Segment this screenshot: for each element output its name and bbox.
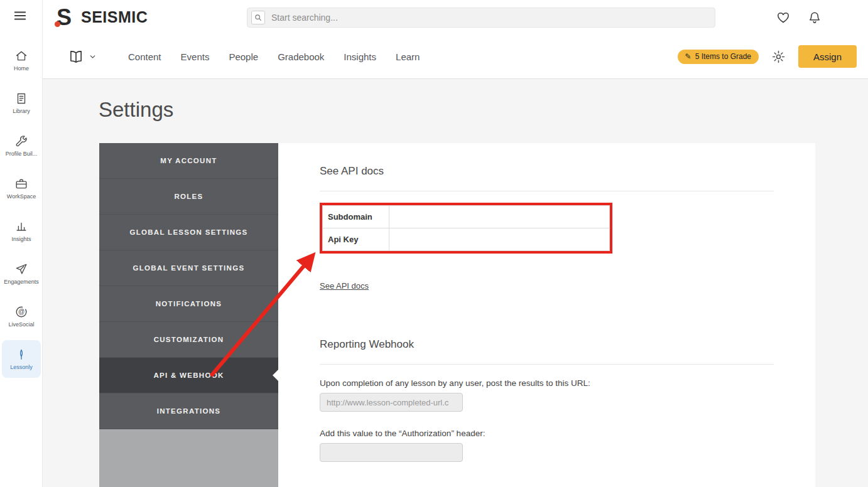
rail-item-label: Library — [13, 108, 30, 114]
gear-icon[interactable] — [771, 50, 786, 64]
favorites-heart-icon[interactable] — [776, 10, 791, 25]
settings-panel: MY ACCOUNT ROLES GLOBAL LESSON SETTINGS … — [99, 143, 815, 487]
rail-item-label: Home — [14, 65, 29, 72]
library-icon — [14, 92, 28, 105]
page-title: Settings — [99, 98, 173, 122]
section-divider — [320, 191, 774, 191]
app-nav-right: ✎ 5 Items to Grade Assign — [678, 45, 857, 68]
nav-links: Content Events People Gradebook Insights… — [128, 51, 420, 62]
nav-tab-learn[interactable]: Learn — [396, 51, 420, 62]
rail-item-label: Insights — [11, 236, 31, 242]
search-icon — [251, 11, 265, 24]
topbar-actions — [776, 10, 822, 25]
rail-item-profile-builder[interactable]: Profile Buil... — [2, 127, 41, 164]
paper-plane-icon — [14, 262, 28, 276]
rail-item-lessonly[interactable]: Lessonly — [2, 340, 41, 378]
notifications-bell-icon[interactable] — [807, 10, 822, 25]
app-nav: Content Events People Gradebook Insights… — [43, 35, 868, 79]
settings-menu-global-lesson-settings[interactable]: GLOBAL LESSON SETTINGS — [99, 215, 278, 250]
grade-badge-label: 5 Items to Grade — [695, 52, 751, 61]
settings-menu-api-webhook[interactable]: API & WEBHOOK — [99, 358, 278, 393]
items-to-grade-badge[interactable]: ✎ 5 Items to Grade — [678, 50, 759, 64]
seismic-logo[interactable]: S SEISMIC — [57, 6, 214, 29]
rail-item-livesocial[interactable]: @ LiveSocial — [2, 297, 41, 335]
api-credentials-highlight-box: Subdomain Api Key — [320, 203, 612, 254]
webhook-url-label: Upon completion of any lesson by any use… — [320, 378, 774, 388]
settings-menu-global-event-settings[interactable]: GLOBAL EVENT SETTINGS — [99, 250, 278, 286]
rail-item-engagements[interactable]: Engagements — [2, 255, 41, 292]
api-key-value — [389, 228, 610, 251]
global-search[interactable] — [247, 8, 715, 28]
rail-items: Home Library Profile Buil... WorkSpace I… — [0, 39, 43, 380]
rail-item-label: Lessonly — [10, 364, 33, 370]
nav-tab-gradebook[interactable]: Gradebook — [278, 51, 324, 62]
rail-item-label: LiveSocial — [8, 321, 34, 328]
settings-menu-my-account[interactable]: MY ACCOUNT — [99, 143, 278, 179]
table-row-subdomain: Subdomain — [323, 206, 610, 228]
subdomain-label: Subdomain — [323, 206, 389, 228]
authorization-header-label: Add this value to the “Authorization” he… — [320, 429, 774, 438]
nav-tab-events[interactable]: Events — [181, 51, 210, 62]
webhook-url-input[interactable] — [320, 393, 463, 412]
api-key-label: Api Key — [323, 228, 389, 251]
context-switcher[interactable] — [68, 48, 97, 65]
book-icon — [68, 48, 84, 65]
nav-tab-insights[interactable]: Insights — [344, 51, 376, 62]
at-circle-icon: @ — [14, 305, 28, 319]
main-content: Settings MY ACCOUNT ROLES GLOBAL LESSON … — [43, 79, 868, 487]
hamburger-menu-icon[interactable] — [13, 9, 42, 23]
wrench-icon — [14, 134, 28, 148]
nav-tab-people[interactable]: People — [229, 51, 258, 62]
settings-menu-notifications[interactable]: NOTIFICATIONS — [99, 286, 278, 322]
reporting-webhook-heading: Reporting Webhook — [320, 338, 774, 351]
seismic-wordmark: SEISMIC — [81, 8, 148, 26]
api-credentials-table: Subdomain Api Key — [322, 205, 610, 251]
bar-chart-icon — [14, 220, 28, 233]
rail-item-library[interactable]: Library — [2, 84, 41, 122]
logo-red-dot — [55, 21, 60, 27]
chevron-down-icon — [89, 53, 97, 61]
pencil-icon: ✎ — [685, 52, 692, 61]
subdomain-value — [389, 206, 610, 228]
pen-nib-icon — [14, 348, 28, 361]
rail-item-workspace[interactable]: WorkSpace — [2, 169, 41, 207]
rail-item-label: WorkSpace — [7, 193, 36, 200]
settings-menu-integrations[interactable]: INTEGRATIONS — [99, 393, 278, 429]
see-api-docs-link[interactable]: See API docs — [320, 281, 369, 291]
settings-menu-filler — [99, 429, 278, 487]
section-divider — [320, 364, 774, 365]
rail-item-insights[interactable]: Insights — [2, 212, 41, 250]
assign-button[interactable]: Assign — [798, 45, 857, 68]
search-input[interactable] — [270, 12, 711, 23]
rail-item-label: Engagements — [4, 279, 39, 285]
table-row-api-key: Api Key — [323, 228, 610, 251]
settings-content: See API docs Subdomain Api Key See API d… — [278, 143, 815, 487]
settings-menu: MY ACCOUNT ROLES GLOBAL LESSON SETTINGS … — [99, 143, 278, 487]
settings-menu-roles[interactable]: ROLES — [99, 179, 278, 215]
rail-item-home[interactable]: Home — [2, 41, 41, 79]
briefcase-icon — [14, 177, 28, 191]
api-docs-heading: See API docs — [320, 143, 774, 178]
settings-menu-customization[interactable]: CUSTOMIZATION — [99, 322, 278, 358]
home-icon — [14, 49, 28, 63]
left-rail: Home Library Profile Buil... WorkSpace I… — [0, 0, 43, 487]
topbar: S SEISMIC — [43, 0, 868, 35]
seismic-logo-mark: S — [57, 6, 75, 29]
nav-tab-content[interactable]: Content — [128, 51, 161, 62]
rail-item-label: Profile Buil... — [6, 151, 38, 157]
authorization-value-input[interactable] — [320, 443, 463, 462]
svg-text:@: @ — [18, 308, 24, 315]
